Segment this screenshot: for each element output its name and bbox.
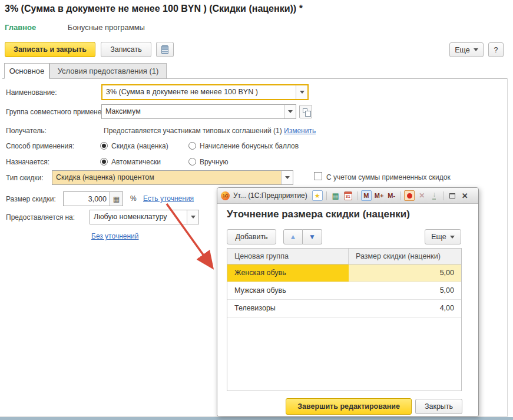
window-bottom-strip [0, 417, 513, 420]
page-title: 3% (Сумма в документе не менее 100 BYN )… [5, 4, 303, 14]
provided-for-field[interactable]: Любую номенклатуру [90, 210, 199, 224]
cell-discount-size[interactable]: 5,00 [349, 264, 461, 282]
save-record-button-disabled[interactable]: ↓ [429, 190, 439, 201]
group-label: Группа совместного применения: [6, 108, 115, 116]
add-row-button[interactable]: Добавить [227, 229, 276, 244]
refinements-link[interactable]: Есть уточнения [143, 194, 194, 203]
discount-size-input[interactable] [63, 191, 110, 206]
dialog-window-title: Ут... (1С:Предприятие) [233, 191, 307, 200]
method-option-discount-label: Скидка (наценка) [111, 142, 168, 150]
discount-size-label: Размер скидки: [6, 195, 56, 203]
group-field-value: Максимум [102, 105, 284, 118]
cumulative-discount-checkbox[interactable] [314, 172, 322, 180]
provided-for-value: Любую номенклатуру [90, 210, 187, 224]
dialog-heading: Уточнение размера скидки (наценки) [227, 209, 410, 220]
dialog-more-button[interactable]: Еще [425, 229, 461, 244]
column-header-discount-size[interactable]: Размер скидки (наценки) [349, 249, 461, 264]
save-button[interactable]: Записать [101, 42, 151, 57]
assign-option-manual-label: Вручную [200, 158, 228, 166]
method-radio-bonus[interactable] [188, 142, 196, 150]
divider [443, 191, 444, 200]
dialog-titlebar[interactable]: 1С Ут... (1С:Предприятие) ★ ▦ 31 M M+ M-… [217, 188, 478, 204]
cell-price-group[interactable]: Женская обувь [227, 264, 349, 282]
more-button[interactable]: Еще [449, 42, 484, 57]
memory-button[interactable]: M [361, 190, 372, 201]
save-and-close-button[interactable]: Записать и закрыть [5, 42, 95, 57]
provided-for-dropdown[interactable] [187, 210, 198, 224]
recipient-value: Предоставляется участникам типовых согла… [104, 127, 282, 135]
discount-type-field[interactable]: Скидка (наценка) процентом [52, 170, 293, 185]
memory-minus-button[interactable]: M- [386, 192, 396, 199]
nav-main-link[interactable]: Главное [5, 23, 36, 32]
discount-type-value: Скидка (наценка) процентом [52, 171, 281, 184]
move-up-button[interactable]: ▲ [283, 229, 303, 244]
column-header-price-group[interactable]: Ценовая группа [227, 249, 349, 264]
tab-main-label: Основное [9, 67, 45, 75]
group-field-dropdown[interactable] [284, 105, 296, 118]
breadcrumb: Главное Бонусные программы [5, 23, 145, 32]
help-button[interactable]: ? [488, 42, 504, 57]
cell-discount-size[interactable]: 4,00 [349, 300, 461, 317]
divider [357, 191, 358, 200]
recipient-change-link[interactable]: Изменить [284, 127, 316, 135]
calendar-icon[interactable]: 31 [343, 190, 353, 201]
finish-editing-button[interactable]: Завершить редактирование [286, 398, 412, 415]
dialog-body: Уточнение размера скидки (наценки) Добав… [217, 204, 478, 416]
calculator-icon: ▦ [113, 195, 120, 203]
cell-discount-size[interactable]: 5,00 [349, 282, 461, 299]
table-row[interactable]: Телевизоры 4,00 [227, 300, 461, 318]
chevron-down-icon [300, 91, 305, 94]
chevron-down-icon [288, 110, 293, 113]
tab-main[interactable]: Основное [4, 63, 49, 79]
cell-price-group[interactable]: Телевизоры [227, 300, 349, 317]
record-button[interactable] [404, 190, 415, 201]
stop-record-button-disabled[interactable]: ✕ [416, 190, 427, 201]
method-radio-discount[interactable] [100, 142, 108, 150]
method-option-bonus-label: Начисление бонусных баллов [200, 142, 299, 150]
price-group-table: Ценовая группа Размер скидки (наценки) Ж… [227, 248, 462, 391]
nav-bonus-programs-link[interactable]: Бонусные программы [68, 23, 145, 32]
1c-logo-icon: 1С [221, 191, 230, 200]
discount-type-dropdown[interactable] [281, 171, 293, 184]
memory-plus-button[interactable]: M+ [373, 192, 385, 199]
group-field[interactable]: Максимум [101, 104, 296, 119]
chevron-down-icon [450, 236, 455, 239]
calculator-button[interactable]: ▦ [110, 191, 123, 206]
assign-radio-auto[interactable] [100, 158, 108, 166]
name-field-dropdown[interactable] [296, 85, 307, 99]
discount-size-group: ▦ [63, 191, 123, 206]
chevron-down-icon [191, 216, 196, 219]
favorites-star-icon[interactable]: ★ [312, 190, 323, 201]
cell-price-group[interactable]: Мужская обувь [227, 282, 349, 299]
assign-label: Назначается: [6, 158, 49, 166]
calculator-icon[interactable]: ▦ [330, 190, 341, 201]
titlebar-icons: ★ ▦ 31 M M+ M- ✕ ↓ ✕ [312, 190, 475, 201]
provided-for-label: Предоставляется на: [6, 213, 75, 221]
close-window-button[interactable]: ✕ [459, 190, 470, 201]
open-form-icon [303, 108, 307, 113]
name-field[interactable]: 3% (Сумма в документе не менее 100 BYN ) [101, 84, 309, 100]
cumulative-discount-label: С учетом суммы примененных скидок [326, 173, 451, 181]
table-row[interactable]: Мужская обувь 5,00 [227, 282, 461, 300]
no-refinements-link[interactable]: Без уточнений [91, 232, 138, 240]
table-row[interactable]: Женская обувь 5,00 [227, 264, 461, 282]
move-down-button[interactable]: ▼ [303, 229, 322, 244]
assign-radio-manual[interactable] [188, 158, 196, 166]
move-row-buttons: ▲ ▼ [283, 229, 322, 244]
dialog-close-button[interactable]: Закрыть [415, 399, 462, 414]
tab-conditions[interactable]: Условия предоставления (1) [49, 63, 167, 79]
arrow-up-icon: ▲ [290, 233, 297, 241]
divider [400, 191, 401, 200]
report-structure-button[interactable] [156, 42, 174, 57]
table-header: Ценовая группа Размер скидки (наценки) [227, 249, 461, 264]
percent-sign: % [130, 194, 137, 203]
group-open-button[interactable] [299, 105, 312, 118]
maximize-icon [449, 193, 455, 199]
tabstrip-divider [2, 78, 508, 79]
name-field-value: 3% (Сумма в документе не менее 100 BYN ) [102, 85, 296, 99]
app-window: 3% (Сумма в документе не менее 100 BYN )… [0, 0, 513, 420]
divider [326, 191, 327, 200]
maximize-button[interactable] [447, 190, 458, 201]
refinement-dialog: 1С Ут... (1С:Предприятие) ★ ▦ 31 M M+ M-… [217, 187, 479, 416]
chevron-down-icon [474, 48, 478, 51]
